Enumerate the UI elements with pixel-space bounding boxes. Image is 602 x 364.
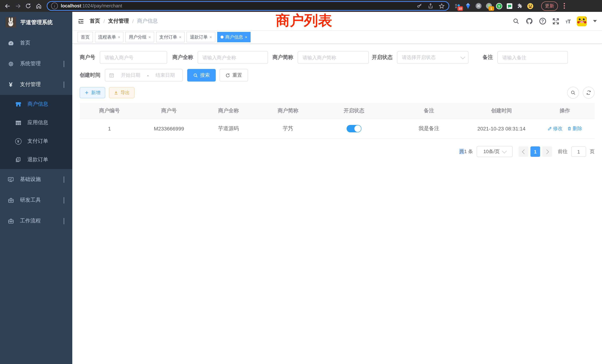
- chrome-update-button[interactable]: 更新: [541, 1, 558, 11]
- tab-close-icon[interactable]: ×: [245, 35, 247, 39]
- extension-chat-icon[interactable]: [506, 3, 513, 9]
- refresh-icon: [586, 90, 591, 95]
- column-header: 开启状态: [318, 103, 390, 119]
- sidebar-item-merchant-info[interactable]: 商户信息: [0, 95, 72, 113]
- short-name-input[interactable]: [298, 51, 369, 64]
- add-button[interactable]: 新增: [80, 87, 105, 98]
- delete-link[interactable]: 删除: [567, 125, 582, 132]
- user-avatar[interactable]: [577, 16, 587, 26]
- github-icon[interactable]: [526, 17, 533, 25]
- tab-close-icon[interactable]: ×: [179, 35, 182, 39]
- sidebar-logo[interactable]: 芋道管理系统: [0, 12, 72, 33]
- search-icon: [193, 73, 198, 78]
- goto-page-input[interactable]: [571, 146, 586, 157]
- fullscreen-icon[interactable]: [552, 18, 559, 25]
- chevron-down-icon: [460, 54, 465, 59]
- sidebar-item-label: 退款订单: [27, 156, 48, 163]
- font-size-icon[interactable]: TT: [566, 18, 570, 24]
- sidebar-item-pay-order[interactable]: ¥ 支付订单: [0, 132, 72, 150]
- chevron-down-icon: [64, 61, 64, 67]
- extension-emoji-icon[interactable]: [527, 3, 533, 9]
- sidebar-item-home[interactable]: 首页: [0, 33, 72, 53]
- browser-back-button[interactable]: [3, 1, 12, 10]
- storefront-icon: [15, 101, 22, 107]
- page-size-select[interactable]: 10条/页: [477, 146, 513, 157]
- sidebar-item-label: 研发工具: [20, 197, 41, 203]
- breadcrumb-home[interactable]: 首页: [90, 18, 100, 24]
- column-header: 操作: [535, 103, 595, 119]
- extension-gray-circle-icon[interactable]: 1: [486, 3, 492, 9]
- reset-button-label: 重置: [232, 72, 242, 79]
- tab-user-group[interactable]: 用户分组×: [126, 32, 154, 42]
- cell-merchant-no: M233666999: [139, 120, 199, 138]
- sidebar-item-dev-tools[interactable]: 研发工具: [0, 190, 72, 211]
- show-search-toggle-button[interactable]: [567, 87, 579, 99]
- create-time-label: 创建时间: [80, 72, 100, 79]
- header-search-icon[interactable]: [513, 18, 519, 24]
- sidebar-item-label: 基础设施: [20, 176, 41, 183]
- browser-reload-button[interactable]: [24, 1, 33, 10]
- breadcrumb-current: 商户信息: [137, 18, 158, 24]
- site-info-icon[interactable]: i: [51, 3, 58, 9]
- full-name-input[interactable]: [198, 51, 268, 64]
- sidebar-item-refund-order[interactable]: 退款订单: [0, 150, 72, 169]
- tab-close-icon[interactable]: ×: [118, 35, 120, 39]
- chrome-menu-icon[interactable]: •••: [563, 3, 565, 9]
- help-icon[interactable]: ?: [539, 18, 546, 24]
- remark-input[interactable]: [497, 51, 568, 64]
- extensions-puzzle-icon[interactable]: [517, 3, 523, 9]
- refresh-icon: [225, 73, 230, 78]
- address-bar[interactable]: i localhost:1024/pay/merchant: [47, 1, 449, 11]
- breadcrumb-pay[interactable]: 支付管理: [108, 18, 129, 24]
- next-page-button[interactable]: [542, 146, 552, 157]
- reset-button[interactable]: 重置: [219, 69, 248, 82]
- status-select[interactable]: 请选择开启状态: [397, 51, 469, 64]
- tab-merchant-info[interactable]: 商户信息×: [217, 32, 251, 42]
- sidebar-item-workflow[interactable]: 工作流程: [0, 211, 72, 231]
- bookmark-star-icon[interactable]: [439, 3, 445, 9]
- tab-pay-order[interactable]: 支付订单×: [156, 32, 185, 42]
- extension-colorful-icon[interactable]: 10: [454, 3, 461, 9]
- avatar-caret-icon[interactable]: [593, 20, 597, 22]
- yen-circle-icon: ¥: [15, 138, 22, 144]
- extension-y-icon[interactable]: Y: [496, 3, 502, 9]
- short-name-label: 商户简称: [272, 54, 293, 61]
- start-date-placeholder: 开始日期: [117, 72, 144, 79]
- browser-home-button[interactable]: [34, 1, 43, 10]
- merchant-no-input[interactable]: [100, 51, 167, 64]
- share-icon[interactable]: [428, 3, 433, 9]
- extension-gem-icon[interactable]: [465, 3, 471, 9]
- tab-refund-order[interactable]: 退款订单×: [187, 32, 215, 42]
- extension-command-icon[interactable]: ⌘: [475, 3, 482, 9]
- delete-link-label: 删除: [572, 125, 582, 132]
- tab-label: 退款订单: [190, 34, 208, 40]
- sidebar-item-label: 应用信息: [27, 119, 48, 126]
- filter-row-2: 创建时间 开始日期 - 结束日期 搜索 重置: [80, 69, 595, 82]
- search-button[interactable]: 搜索: [187, 69, 216, 82]
- sidebar-collapse-button[interactable]: [77, 18, 85, 24]
- tab-close-icon[interactable]: ×: [210, 35, 212, 39]
- sidebar-item-app-info[interactable]: 应用信息: [0, 113, 72, 132]
- briefcase-icon: [7, 218, 14, 224]
- tab-process-form[interactable]: 流程表单×: [95, 32, 124, 42]
- tab-home[interactable]: 首页: [77, 32, 93, 42]
- status-select-placeholder: 请选择开启状态: [402, 54, 461, 61]
- page-number-1[interactable]: 1: [530, 146, 540, 157]
- url-text[interactable]: localhost:1024/pay/merchant: [61, 3, 414, 9]
- grid-table-icon: [15, 119, 22, 126]
- browser-forward-button[interactable]: [13, 1, 22, 10]
- status-toggle[interactable]: [347, 125, 361, 132]
- export-button[interactable]: 导出: [109, 87, 135, 98]
- edit-link[interactable]: 修改: [547, 125, 562, 132]
- prev-page-button[interactable]: [519, 146, 528, 157]
- sidebar-item-infra[interactable]: 基础设施: [0, 169, 72, 190]
- table-row: 1 M233666999 芋道源码 芋艿 我是备注 2021-10-23 08:…: [80, 119, 595, 139]
- refresh-table-button[interactable]: [583, 87, 595, 99]
- sidebar-item-system[interactable]: 系统管理: [0, 53, 72, 74]
- tab-close-icon[interactable]: ×: [149, 35, 151, 39]
- browser-extensions: 10 ⌘ 1 Y 更新 ••: [454, 1, 565, 11]
- password-key-icon[interactable]: [417, 3, 423, 9]
- create-time-range-picker[interactable]: 开始日期 - 结束日期: [105, 69, 183, 82]
- sidebar-item-pay[interactable]: ¥ 支付管理: [0, 74, 72, 95]
- document-copy-icon: [15, 157, 22, 163]
